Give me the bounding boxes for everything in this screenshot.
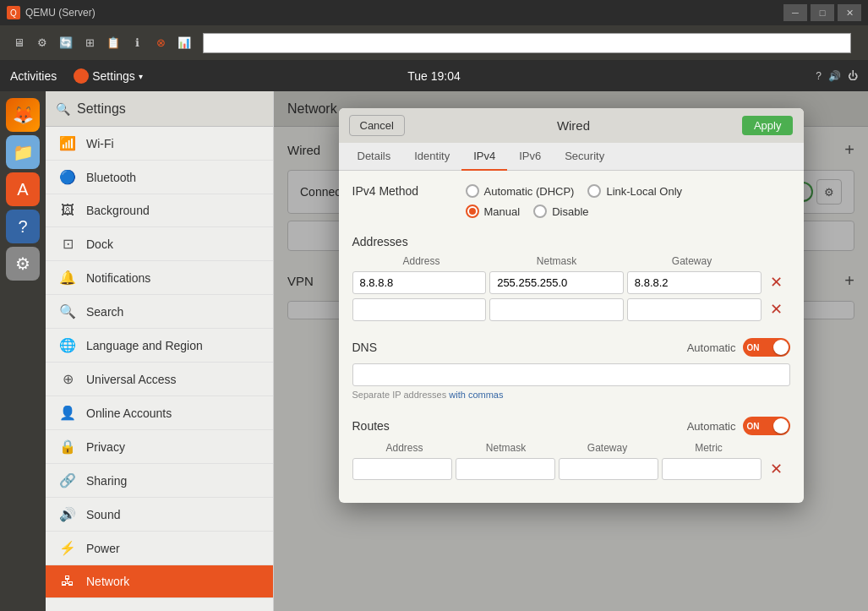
sidebar-item-universal[interactable]: ⊕ Universal Access bbox=[46, 363, 273, 396]
dock-firefox[interactable]: 🦊 bbox=[6, 98, 40, 132]
notifications-icon: 🔔 bbox=[59, 270, 76, 286]
dns-toggle-thumb bbox=[773, 340, 789, 355]
col-headers: Address Netmask Gateway bbox=[352, 255, 790, 267]
universal-icon: ⊕ bbox=[59, 371, 76, 387]
toolbar-icon-4[interactable]: 📋 bbox=[103, 33, 123, 53]
remove-addr-2-button[interactable]: ✕ bbox=[765, 297, 789, 321]
tab-details[interactable]: Details bbox=[346, 143, 403, 171]
netmask-input-1[interactable] bbox=[489, 271, 624, 294]
sidebar-item-bluetooth[interactable]: 🔵 Bluetooth bbox=[46, 161, 273, 194]
window-title: QEMU (Server) bbox=[25, 7, 96, 19]
remove-addr-1-button[interactable]: ✕ bbox=[765, 270, 789, 294]
sidebar-item-background[interactable]: 🖼 Background bbox=[46, 194, 273, 227]
gnome-app-settings[interactable]: Settings ▾ bbox=[74, 68, 143, 84]
gateway-input-1[interactable] bbox=[627, 271, 762, 294]
sidebar-item-dock-label: Dock bbox=[86, 237, 113, 251]
toolbar-icon-2[interactable]: ⚙ bbox=[32, 33, 52, 53]
tab-ipv4[interactable]: IPv4 bbox=[461, 143, 507, 171]
power-tray-icon: ⏻ bbox=[848, 70, 858, 82]
addresses-section: Addresses Address Netmask Gateway bbox=[352, 235, 790, 321]
dock-ubuntu[interactable]: A bbox=[6, 172, 40, 206]
network-icon: 🖧 bbox=[59, 574, 76, 589]
sidebar-item-network[interactable]: 🖧 Network bbox=[46, 565, 273, 598]
dns-toggle[interactable]: ON bbox=[743, 338, 790, 357]
addr-row-1: ✕ bbox=[352, 270, 790, 294]
dns-input[interactable] bbox=[352, 363, 790, 386]
sidebar-item-privacy[interactable]: 🔒 Privacy bbox=[46, 430, 273, 464]
sidebar-item-wifi-label: Wi-Fi bbox=[86, 137, 114, 150]
routes-col-gateway: Gateway bbox=[559, 442, 657, 454]
routes-row-1: ✕ bbox=[352, 457, 790, 481]
sidebar-item-search[interactable]: 🔍 Search bbox=[46, 295, 273, 329]
dns-toggle-label: ON bbox=[747, 343, 760, 352]
toolbar-icon-5[interactable]: 📊 bbox=[174, 33, 194, 53]
routes-col-netmask: Netmask bbox=[457, 442, 555, 454]
radio-link-local[interactable]: Link-Local Only bbox=[587, 184, 682, 198]
activities-button[interactable]: Activities bbox=[10, 69, 57, 83]
wifi-icon: 📶 bbox=[59, 135, 76, 151]
netmask-input-2[interactable] bbox=[489, 298, 624, 321]
radio-manual-label: Manual bbox=[484, 205, 521, 218]
route-addr-input[interactable] bbox=[352, 458, 452, 480]
sidebar-item-notifications-label: Notifications bbox=[86, 271, 150, 285]
toolbar-icon-win[interactable]: ⊞ bbox=[79, 33, 100, 53]
restore-button[interactable]: □ bbox=[811, 4, 834, 21]
dns-header: DNS Automatic ON bbox=[352, 338, 790, 357]
radio-disable-label: Disable bbox=[552, 205, 588, 218]
sidebar-item-language[interactable]: 🌐 Language and Region bbox=[46, 329, 273, 363]
address-input[interactable] bbox=[203, 33, 851, 53]
settings-header-title: Settings bbox=[77, 101, 126, 117]
remove-route-button[interactable]: ✕ bbox=[765, 457, 789, 481]
col-address-header: Address bbox=[356, 255, 488, 267]
toolbar-icon-red[interactable]: ⊗ bbox=[150, 33, 171, 53]
dns-title: DNS bbox=[352, 341, 378, 354]
dns-hint-link[interactable]: with commas bbox=[449, 390, 503, 400]
sidebar-item-power[interactable]: ⚡ Power bbox=[46, 532, 273, 565]
toolbar-icon-info[interactable]: ℹ bbox=[127, 33, 147, 53]
route-metric-input[interactable] bbox=[662, 458, 762, 480]
route-netmask-input[interactable] bbox=[456, 458, 555, 480]
sidebar-item-privacy-label: Privacy bbox=[86, 440, 125, 454]
gnome-app-arrow: ▾ bbox=[139, 72, 143, 81]
sidebar-item-dock[interactable]: ⊡ Dock bbox=[46, 227, 273, 261]
addresses-header: Addresses bbox=[352, 235, 790, 248]
sidebar-item-notifications[interactable]: 🔔 Notifications bbox=[46, 261, 273, 295]
addr-input-1[interactable] bbox=[352, 271, 487, 294]
routes-toggle[interactable]: ON bbox=[743, 417, 790, 435]
dialog-cancel-button[interactable]: Cancel bbox=[349, 115, 405, 136]
sidebar-item-online[interactable]: 👤 Online Accounts bbox=[46, 396, 273, 430]
sidebar-item-wifi[interactable]: 📶 Wi-Fi bbox=[46, 127, 273, 161]
addr-input-2[interactable] bbox=[352, 298, 487, 321]
sidebar-item-sharing[interactable]: 🔗 Sharing bbox=[46, 464, 273, 498]
sidebar-item-sound[interactable]: 🔊 Sound bbox=[46, 498, 273, 532]
ipv4-method-label: IPv4 Method bbox=[352, 184, 445, 198]
sidebar-item-search-label: Search bbox=[86, 305, 123, 319]
tab-identity[interactable]: Identity bbox=[402, 143, 461, 171]
background-icon: 🖼 bbox=[59, 203, 76, 218]
settings-app-icon bbox=[74, 68, 89, 84]
radio-manual[interactable]: Manual bbox=[466, 205, 521, 218]
settings-panel: 🔍 Settings 📶 Wi-Fi 🔵 Bluetooth 🖼 Backgro… bbox=[46, 91, 274, 611]
dialog-apply-button[interactable]: Apply bbox=[742, 116, 794, 135]
addr-row-2: ✕ bbox=[352, 297, 790, 321]
dock-settings[interactable]: ⚙ bbox=[6, 247, 40, 281]
radio-automatic[interactable]: Automatic (DHCP) bbox=[466, 184, 575, 198]
dns-hint: Separate IP addresses with commas bbox=[352, 390, 790, 400]
tab-ipv6[interactable]: IPv6 bbox=[507, 143, 553, 171]
dock-files[interactable]: 📁 bbox=[6, 135, 40, 169]
minimize-button[interactable]: ─ bbox=[783, 4, 807, 21]
routes-section: Routes Automatic ON Address N bbox=[352, 417, 790, 481]
route-gateway-input[interactable] bbox=[559, 458, 658, 480]
network-content: Network Wired + Connected ON ⚙ bbox=[274, 91, 868, 611]
dock-help[interactable]: ? bbox=[6, 210, 40, 243]
radio-disable[interactable]: Disable bbox=[533, 205, 588, 218]
close-button[interactable]: ✕ bbox=[838, 4, 861, 21]
gnome-tray: ? 🔊 ⏻ bbox=[816, 70, 858, 82]
power-icon: ⚡ bbox=[59, 540, 76, 556]
gateway-input-2[interactable] bbox=[627, 298, 762, 321]
settings-search-icon: 🔍 bbox=[56, 102, 70, 116]
tab-security[interactable]: Security bbox=[553, 143, 616, 171]
toolbar-icon-1[interactable]: 🖥 bbox=[8, 33, 29, 53]
sidebar-item-sharing-label: Sharing bbox=[86, 474, 127, 488]
toolbar-icon-3[interactable]: 🔄 bbox=[56, 33, 76, 53]
